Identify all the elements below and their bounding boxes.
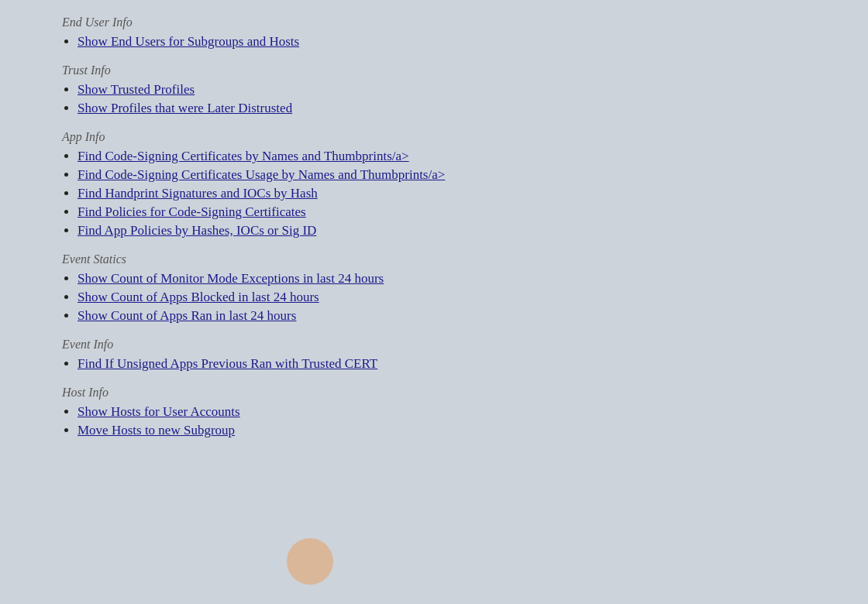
link-show-count-blocked-apps[interactable]: Show Count of Apps Blocked in last 24 ho… <box>78 290 319 304</box>
heading-app-info: App Info <box>62 130 837 144</box>
section-host-info: Host InfoShow Hosts for User AccountsMov… <box>31 386 837 438</box>
heading-event-statics: Event Statics <box>62 252 837 266</box>
cursor-indicator <box>287 538 333 585</box>
link-find-codesigning-names[interactable]: Find Code-Signing Certificates by Names … <box>78 149 409 163</box>
list-item: Show Trusted Profiles <box>78 82 837 98</box>
link-find-handprint-signatures[interactable]: Find Handprint Signatures and IOCs by Ha… <box>78 186 318 201</box>
list-item: Show Count of Monitor Mode Exceptions in… <box>78 271 837 287</box>
list-item: Find If Unsigned Apps Previous Ran with … <box>78 356 837 372</box>
list-end-user-info: Show End Users for Subgroups and Hosts <box>78 34 837 50</box>
section-event-info: Event InfoFind If Unsigned Apps Previous… <box>31 338 837 372</box>
link-show-end-users[interactable]: Show End Users for Subgroups and Hosts <box>78 34 299 49</box>
main-content: End User InfoShow End Users for Subgroup… <box>31 15 837 438</box>
link-show-distrusted-profiles[interactable]: Show Profiles that were Later Distrusted <box>78 101 292 115</box>
heading-event-info: Event Info <box>62 338 837 352</box>
list-event-info: Find If Unsigned Apps Previous Ran with … <box>78 356 837 372</box>
list-item: Move Hosts to new Subgroup <box>78 423 837 438</box>
link-find-codesigning-usage[interactable]: Find Code-Signing Certificates Usage by … <box>78 167 445 182</box>
heading-end-user-info: End User Info <box>62 15 837 29</box>
link-show-hosts-user-accounts[interactable]: Show Hosts for User Accounts <box>78 404 240 419</box>
list-trust-info: Show Trusted ProfilesShow Profiles that … <box>78 82 837 116</box>
section-end-user-info: End User InfoShow End Users for Subgroup… <box>31 15 837 50</box>
link-find-unsigned-apps[interactable]: Find If Unsigned Apps Previous Ran with … <box>78 356 377 371</box>
list-item: Show Count of Apps Ran in last 24 hours <box>78 308 837 324</box>
list-item: Show Hosts for User Accounts <box>78 404 837 420</box>
list-item: Find App Policies by Hashes, IOCs or Sig… <box>78 223 837 239</box>
heading-trust-info: Trust Info <box>62 63 837 77</box>
list-item: Find Policies for Code-Signing Certifica… <box>78 204 837 220</box>
list-app-info: Find Code-Signing Certificates by Names … <box>78 149 837 239</box>
heading-host-info: Host Info <box>62 386 837 400</box>
link-move-hosts-subgroup[interactable]: Move Hosts to new Subgroup <box>78 423 235 438</box>
section-trust-info: Trust InfoShow Trusted ProfilesShow Prof… <box>31 63 837 116</box>
link-show-trusted-profiles[interactable]: Show Trusted Profiles <box>78 82 195 97</box>
list-item: Find Handprint Signatures and IOCs by Ha… <box>78 186 837 201</box>
list-event-statics: Show Count of Monitor Mode Exceptions in… <box>78 271 837 324</box>
link-show-count-monitor-mode[interactable]: Show Count of Monitor Mode Exceptions in… <box>78 271 384 286</box>
list-item: Find Code-Signing Certificates by Names … <box>78 149 837 164</box>
list-item: Show Count of Apps Blocked in last 24 ho… <box>78 290 837 305</box>
link-find-app-policies[interactable]: Find App Policies by Hashes, IOCs or Sig… <box>78 223 316 238</box>
section-app-info: App InfoFind Code-Signing Certificates b… <box>31 130 837 239</box>
list-item: Find Code-Signing Certificates Usage by … <box>78 167 837 183</box>
section-event-statics: Event StaticsShow Count of Monitor Mode … <box>31 252 837 324</box>
link-show-count-ran-apps[interactable]: Show Count of Apps Ran in last 24 hours <box>78 308 296 323</box>
list-item: Show Profiles that were Later Distrusted <box>78 101 837 116</box>
list-item: Show End Users for Subgroups and Hosts <box>78 34 837 50</box>
list-host-info: Show Hosts for User AccountsMove Hosts t… <box>78 404 837 438</box>
link-find-policies-codesigning[interactable]: Find Policies for Code-Signing Certifica… <box>78 204 306 219</box>
